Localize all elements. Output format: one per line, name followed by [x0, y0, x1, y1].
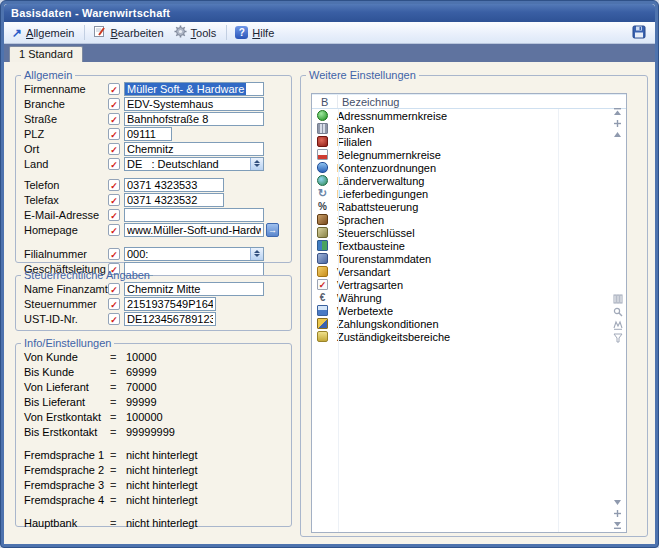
info-row: Fremdsprache 3=nicht hinterlegt	[24, 477, 291, 492]
info-row: Von Erstkontakt=100000	[24, 409, 291, 424]
menu-allgemein[interactable]: ↗ Allgemein	[8, 26, 80, 40]
open-homepage-button[interactable]: →	[266, 223, 279, 237]
scroll-up-icon[interactable]	[613, 131, 622, 138]
branche-input[interactable]	[124, 97, 264, 111]
scroll-page-up-icon[interactable]	[613, 119, 622, 128]
edit-page-icon	[93, 25, 106, 40]
title-bar[interactable]: Basisdaten - Warenwirtschaft	[4, 4, 655, 22]
field-check-icon[interactable]: ✓	[108, 283, 120, 295]
group-title: Info/Einstellungen	[21, 337, 114, 349]
menu-bearbeiten[interactable]: Bearbeiten	[89, 24, 169, 41]
telefax-input[interactable]	[124, 193, 224, 207]
list-item[interactable]: Textbausteine	[312, 239, 626, 252]
field-strasse: Straße ✓	[24, 111, 291, 126]
list-item[interactable]: Länderverwaltung	[312, 174, 626, 187]
list-item[interactable]: Versandart	[312, 265, 626, 278]
scroll-down-icon[interactable]	[613, 499, 622, 506]
steuernummer-input[interactable]	[124, 297, 216, 311]
list-item[interactable]: Filialen	[312, 135, 626, 148]
group-title: Weitere Einstellungen	[306, 69, 419, 81]
menu-toolbar: ↗ Allgemein Bearbeiten Tools ? Hilfe	[4, 22, 655, 44]
columns-icon[interactable]	[613, 294, 623, 304]
filter-icon[interactable]	[613, 333, 623, 343]
email-input[interactable]	[124, 208, 264, 222]
tab-standard[interactable]: 1 Standard	[9, 46, 83, 62]
field-check-icon[interactable]: ✓	[108, 298, 120, 310]
notes-icon[interactable]	[613, 320, 623, 330]
field-check-icon[interactable]: ✓	[108, 179, 120, 191]
info-row: Fremdsprache 4=nicht hinterlegt	[24, 492, 291, 507]
scroll-last-icon[interactable]	[613, 521, 622, 529]
strasse-input[interactable]	[124, 112, 264, 126]
field-email: E-Mail-Adresse ✓	[24, 207, 291, 222]
menu-hilfe[interactable]: ? Hilfe	[231, 25, 280, 40]
currency-icon: €	[317, 292, 328, 303]
diagonal-arrow-icon: ↗	[12, 27, 22, 39]
finanzamt-input[interactable]	[124, 282, 264, 296]
list-item[interactable]: ↻Lieferbedingungen	[312, 187, 626, 200]
field-check-icon[interactable]: ✓	[108, 209, 120, 221]
scroll-bottom-stack	[613, 499, 622, 529]
list-item[interactable]: %Rabattsteuerung	[312, 200, 626, 213]
firmenname-input[interactable]: Müller Soft- & Hardware	[124, 82, 264, 96]
info-row: Von Lieferant=70000	[24, 379, 291, 394]
list-item[interactable]: ✓Vertragsarten	[312, 278, 626, 291]
homepage-input[interactable]	[124, 223, 264, 237]
shipping-type-icon	[317, 266, 328, 277]
scroll-first-icon[interactable]	[613, 108, 622, 116]
field-steuernummer: Steuernummer ✓	[24, 296, 291, 311]
app-window: Basisdaten - Warenwirtschaft ↗ Allgemein…	[0, 0, 659, 548]
list-item[interactable]: Tourenstammdaten	[312, 252, 626, 265]
info-row: Von Kunde=10000	[24, 349, 291, 364]
list-tools-stack	[613, 294, 623, 343]
ad-texts-icon	[317, 305, 328, 316]
spinner-buttons[interactable]	[250, 248, 263, 260]
field-check-icon[interactable]: ✓	[108, 128, 120, 140]
list-item[interactable]: Kontenzuordnungen	[312, 161, 626, 174]
spinner-buttons[interactable]	[250, 158, 263, 170]
ustid-input[interactable]	[124, 312, 216, 326]
menu-tools[interactable]: Tools	[170, 24, 223, 41]
plz-input[interactable]	[124, 127, 172, 141]
column-header-bezeichnung[interactable]: Bezeichnug	[338, 95, 400, 108]
field-land: Land ✓ DE : Deutschland	[24, 156, 291, 171]
filialnummer-select[interactable]: 000:	[124, 247, 264, 261]
banks-icon	[317, 123, 328, 134]
list-item[interactable]: Steuerschlüssel	[312, 226, 626, 239]
field-check-icon[interactable]: ✓	[108, 113, 120, 125]
column-header-b[interactable]: B	[312, 95, 338, 108]
info-row: Bis Erstkontakt=99999999	[24, 424, 291, 439]
toolbar-separator	[226, 25, 227, 40]
field-check-icon[interactable]: ✓	[108, 83, 120, 95]
gear-icon	[174, 25, 187, 40]
list-item[interactable]: Zuständigkeitsbereiche	[312, 330, 626, 343]
field-finanzamt: Name Finanzamt ✓	[24, 281, 291, 296]
field-check-icon[interactable]: ✓	[108, 248, 120, 260]
scroll-page-down-icon[interactable]	[613, 509, 622, 518]
field-telefax: Telefax ✓	[24, 192, 291, 207]
list-item[interactable]: €Währung	[312, 291, 626, 304]
column-divider	[558, 109, 559, 532]
field-check-icon[interactable]: ✓	[108, 224, 120, 236]
field-ort: Ort ✓	[24, 141, 291, 156]
ort-input[interactable]	[124, 142, 264, 156]
field-check-icon[interactable]: ✓	[108, 158, 120, 170]
field-check-icon[interactable]: ✓	[108, 143, 120, 155]
list-item[interactable]: Belegnummernkreise	[312, 148, 626, 161]
land-select[interactable]: DE : Deutschland	[124, 157, 264, 171]
list-item[interactable]: Adressnummernkreise	[312, 109, 626, 122]
save-button[interactable]	[632, 25, 646, 41]
list-item[interactable]: Zahlungskonditionen	[312, 317, 626, 330]
field-check-icon[interactable]: ✓	[108, 98, 120, 110]
field-telefon: Telefon ✓	[24, 177, 291, 192]
search-icon[interactable]	[613, 307, 623, 317]
field-check-icon[interactable]: ✓	[108, 313, 120, 325]
info-row: Hauptbank=nicht hinterlegt	[24, 515, 291, 530]
field-check-icon[interactable]: ✓	[108, 194, 120, 206]
telefon-input[interactable]	[124, 178, 224, 192]
field-homepage: Homepage ✓ →	[24, 222, 291, 237]
help-icon: ?	[235, 26, 248, 39]
list-item[interactable]: Banken	[312, 122, 626, 135]
list-item[interactable]: Werbetexte	[312, 304, 626, 317]
list-item[interactable]: Sprachen	[312, 213, 626, 226]
